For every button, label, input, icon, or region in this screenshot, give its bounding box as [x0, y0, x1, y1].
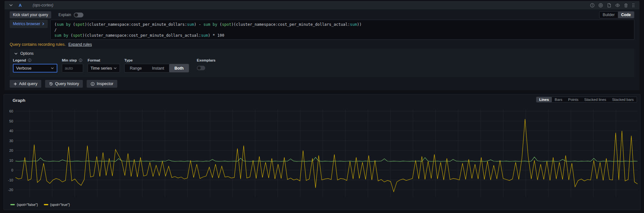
history-icon	[49, 82, 53, 86]
legend-label-text: Legend	[13, 58, 26, 62]
type-label-text: Type	[124, 58, 133, 62]
alert-circle-icon[interactable]	[590, 3, 595, 8]
type-option-both[interactable]: Both	[169, 64, 188, 72]
graph-mode-switcher: LinesBarsPointsStacked linesStacked bars	[536, 97, 637, 102]
options-label: Options	[20, 51, 34, 56]
format-field-label: Format	[88, 58, 120, 62]
legend-field-label: Legend	[13, 58, 57, 62]
query-toolbar: Kick start your query Explain Builder Co…	[10, 11, 634, 18]
format-select[interactable]: Time series	[88, 64, 120, 73]
options-section: Options Legend Verbose	[10, 49, 634, 77]
chevron-down-icon	[113, 66, 117, 70]
chevron-down-icon	[14, 52, 18, 55]
legend-swatch	[10, 204, 15, 205]
min-step-input[interactable]	[65, 66, 80, 71]
explain-toggle[interactable]	[74, 13, 83, 17]
eye-icon[interactable]	[615, 3, 620, 8]
legend-item[interactable]: {spot="false"}	[10, 203, 38, 207]
min-step-field: Min step	[62, 58, 83, 73]
query-ref-id: A	[19, 3, 22, 8]
query-row-header[interactable]: A (ops-cortex)	[5, 1, 639, 9]
plus-icon	[14, 82, 17, 86]
y-axis-tick-label: 20	[9, 149, 13, 152]
chevron-down-icon[interactable]	[9, 3, 13, 7]
query-history-button[interactable]: Query history	[45, 80, 83, 88]
graph-mode-lines[interactable]: Lines	[536, 97, 552, 102]
drag-handle-icon[interactable]	[632, 3, 635, 8]
chevron-right-icon	[42, 22, 44, 25]
format-field: Format Time series	[88, 58, 120, 73]
info-circle-icon	[91, 82, 95, 86]
builder-code-toggle: Builder Code	[599, 11, 634, 18]
inspector-button[interactable]: Inspector	[87, 80, 117, 88]
chart-legend: {spot="false"}{spot="true"}	[10, 203, 70, 207]
code-option[interactable]: Code	[618, 12, 634, 18]
chart-canvas[interactable]: 6050403020100-10-20	[5, 107, 640, 201]
y-axis-tick-label: 0	[11, 168, 13, 172]
trash-icon[interactable]	[624, 3, 628, 8]
exemplars-field-label: Exemplars	[197, 58, 216, 62]
inspector-label: Inspector	[97, 82, 113, 86]
min-step-label-text: Min step	[62, 58, 77, 62]
graph-panel-title: Graph	[13, 98, 25, 103]
time-series-chart[interactable]: 6050403020100-10-20	[5, 107, 640, 201]
y-axis-tick-label: 10	[9, 159, 13, 162]
query-history-label: Query history	[55, 82, 79, 86]
info-icon[interactable]	[28, 58, 32, 62]
query-row-panel: A (ops-cortex)	[5, 1, 639, 90]
y-axis-tick-label: -10	[8, 178, 13, 182]
exemplars-field: Exemplars	[197, 58, 216, 72]
legend-select-value: Verbose	[16, 66, 32, 71]
expand-rules-link[interactable]: Expand rules	[68, 42, 92, 47]
graph-mode-stacked-lines[interactable]: Stacked lines	[581, 97, 609, 102]
type-option-range[interactable]: Range	[125, 64, 147, 72]
legend-field: Legend Verbose	[13, 58, 57, 73]
min-step-field-label: Min step	[62, 58, 83, 62]
add-query-button[interactable]: Add query	[10, 80, 41, 88]
duplicate-icon[interactable]	[598, 3, 603, 8]
datasource-name: (ops-cortex)	[33, 3, 53, 7]
info-icon[interactable]	[79, 58, 82, 62]
notice-text: Query contains recording rules.	[10, 42, 66, 47]
type-field-label: Type	[124, 58, 189, 62]
y-axis-tick-label: 40	[9, 129, 13, 133]
graph-mode-stacked-bars[interactable]: Stacked bars	[609, 97, 637, 102]
recording-rules-notice: Query contains recording rules. Expand r…	[10, 42, 92, 47]
graph-mode-bars[interactable]: Bars	[552, 97, 565, 102]
graph-mode-points[interactable]: Points	[565, 97, 582, 102]
chevron-down-icon	[51, 66, 54, 70]
toggle-knob	[197, 66, 201, 70]
options-fields: Legend Verbose Mi	[10, 56, 634, 73]
format-select-value: Time series	[91, 66, 112, 71]
y-axis-tick-label: -20	[8, 188, 13, 192]
query-actions-row: Add query Query history Inspector	[10, 80, 117, 88]
type-option-instant[interactable]: Instant	[147, 64, 169, 72]
series-line	[15, 119, 638, 192]
metrics-browser-button[interactable]: Metrics browser	[10, 20, 48, 28]
copy-icon[interactable]	[607, 3, 611, 8]
query-row-actions	[590, 3, 635, 8]
legend-select[interactable]: Verbose	[13, 64, 57, 73]
legend-swatch	[44, 204, 48, 205]
promql-query-input[interactable]: (sum by (spot)(cluster_namespace:cost_pe…	[50, 20, 634, 40]
legend-label: {spot="false"}	[17, 203, 38, 207]
legend-item[interactable]: {spot="true"}	[44, 203, 70, 207]
exemplars-toggle[interactable]	[197, 66, 205, 70]
legend-label: {spot="true"}	[50, 203, 70, 207]
query-editor-row: Metrics browser (sum by (spot)(cluster_n…	[10, 20, 634, 40]
min-step-input-wrap	[62, 64, 83, 73]
metrics-browser-label: Metrics browser	[13, 22, 40, 26]
exemplars-label-text: Exemplars	[197, 58, 216, 62]
grafana-query-editor: A (ops-cortex)	[0, 0, 644, 213]
explain-label: Explain	[58, 13, 71, 17]
type-field: Type RangeInstantBoth	[124, 58, 189, 73]
builder-option[interactable]: Builder	[600, 12, 618, 18]
y-axis-tick-label: 50	[9, 119, 13, 123]
graph-panel: Graph LinesBarsPointsStacked linesStacke…	[4, 94, 640, 210]
toggle-knob	[74, 13, 78, 17]
options-collapse-header[interactable]: Options	[10, 49, 634, 56]
y-axis-tick-label: 60	[9, 109, 13, 113]
kick-start-query-button[interactable]: Kick start your query	[10, 11, 51, 18]
type-radio-group: RangeInstantBoth	[124, 64, 189, 73]
add-query-label: Add query	[19, 82, 37, 86]
